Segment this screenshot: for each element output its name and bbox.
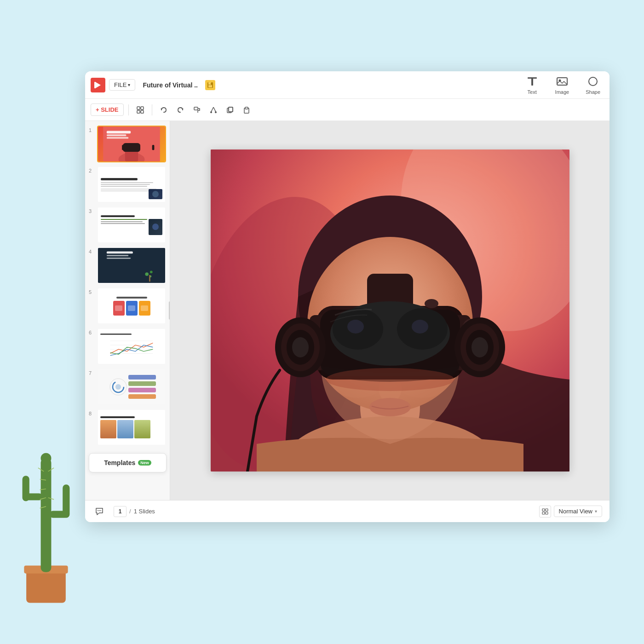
svg-rect-20 bbox=[211, 83, 212, 84]
svg-rect-29 bbox=[141, 110, 144, 113]
current-page-number[interactable]: 1 bbox=[114, 506, 126, 517]
templates-new-badge: New bbox=[138, 460, 151, 466]
svg-rect-51 bbox=[107, 252, 133, 254]
shape-tool-icon bbox=[586, 75, 599, 88]
svg-point-115 bbox=[100, 510, 101, 511]
file-label: FILE bbox=[114, 81, 126, 88]
svg-rect-30 bbox=[194, 107, 198, 110]
svg-rect-49 bbox=[107, 137, 129, 139]
paste-button[interactable] bbox=[240, 103, 253, 117]
templates-button[interactable]: Templates New bbox=[89, 453, 167, 472]
slide-image-2 bbox=[97, 166, 166, 203]
image-tool-icon bbox=[556, 75, 569, 88]
svg-rect-16 bbox=[94, 82, 96, 88]
shape-tool-label: Shape bbox=[586, 89, 600, 95]
main-area: 1 bbox=[85, 121, 610, 500]
svg-point-107 bbox=[292, 337, 309, 357]
svg-point-34 bbox=[210, 111, 212, 113]
copy-button[interactable] bbox=[223, 103, 237, 117]
svg-rect-118 bbox=[542, 512, 545, 514]
slide-image-4 bbox=[97, 247, 166, 284]
svg-rect-22 bbox=[531, 77, 533, 86]
svg-rect-45 bbox=[122, 145, 124, 150]
slide-background bbox=[211, 150, 569, 472]
file-menu-button[interactable]: FILE ▾ bbox=[109, 79, 135, 91]
svg-point-55 bbox=[150, 270, 153, 273]
cactus-decoration bbox=[0, 423, 92, 607]
slide-thumbnail-7[interactable]: 7 bbox=[89, 368, 166, 405]
undo-button[interactable] bbox=[157, 103, 171, 117]
svg-rect-4 bbox=[23, 476, 29, 501]
slide-thumbnail-1[interactable]: 1 bbox=[89, 126, 166, 162]
svg-rect-6 bbox=[63, 484, 69, 518]
svg-rect-117 bbox=[546, 509, 548, 511]
slide-number-7: 7 bbox=[89, 368, 94, 376]
svg-line-32 bbox=[211, 107, 213, 112]
layout-button[interactable] bbox=[133, 103, 147, 117]
toolbar-separator-2 bbox=[152, 104, 152, 115]
slide-number-8: 8 bbox=[89, 409, 94, 416]
document-title: Future of Virtual .. bbox=[143, 81, 198, 89]
slide-image-8 bbox=[97, 409, 166, 446]
svg-rect-119 bbox=[546, 512, 548, 514]
svg-point-103 bbox=[425, 299, 438, 308]
toolbar-tools: Text Image bbox=[522, 73, 604, 97]
save-icon[interactable] bbox=[205, 80, 215, 90]
page-indicator: 1 / 1 Slides bbox=[114, 506, 155, 517]
svg-rect-48 bbox=[107, 134, 126, 136]
svg-rect-19 bbox=[208, 85, 212, 87]
image-tool[interactable]: Image bbox=[552, 73, 573, 97]
slide-thumbnail-3[interactable]: 3 bbox=[89, 207, 166, 243]
slide-thumbnail-2[interactable]: 2 bbox=[89, 166, 166, 203]
slide-image-5 bbox=[97, 288, 166, 324]
view-chevron-icon: ▾ bbox=[595, 509, 597, 514]
svg-rect-76 bbox=[128, 381, 156, 386]
svg-point-99 bbox=[412, 320, 428, 334]
format-painter-button[interactable] bbox=[190, 103, 204, 117]
chat-button[interactable] bbox=[92, 505, 106, 518]
toolbar-primary: FILE ▾ Future of Virtual .. bbox=[85, 71, 610, 99]
view-controls: Normal View ▾ bbox=[539, 506, 602, 518]
slide-number-1: 1 bbox=[89, 126, 94, 133]
text-tool-icon bbox=[526, 75, 539, 88]
svg-line-33 bbox=[213, 107, 216, 112]
svg-rect-26 bbox=[137, 107, 140, 109]
svg-point-112 bbox=[326, 368, 454, 391]
slide-thumbnail-6[interactable]: 6 bbox=[89, 328, 166, 365]
normal-view-button[interactable]: Normal View ▾ bbox=[554, 506, 602, 517]
normal-view-label: Normal View bbox=[559, 508, 592, 515]
text-tool[interactable]: Text bbox=[522, 73, 542, 97]
slide-panel: 1 bbox=[85, 121, 170, 500]
svg-rect-57 bbox=[149, 275, 150, 282]
cut-button[interactable] bbox=[207, 103, 220, 117]
redo-button[interactable] bbox=[173, 103, 187, 117]
svg-rect-47 bbox=[107, 131, 131, 134]
svg-point-114 bbox=[99, 510, 100, 511]
app-logo[interactable] bbox=[91, 78, 105, 92]
add-slide-button[interactable]: + SLIDE bbox=[91, 104, 124, 116]
slide-thumbnail-8[interactable]: 8 bbox=[89, 409, 166, 446]
add-slide-label: + SLIDE bbox=[96, 106, 119, 113]
slide-thumbnail-5[interactable]: 5 bbox=[89, 288, 166, 324]
svg-rect-28 bbox=[137, 110, 140, 113]
canvas-area bbox=[170, 121, 610, 500]
bottom-bar: 1 / 1 Slides Normal View ▾ bbox=[85, 500, 610, 522]
slide-number-3: 3 bbox=[89, 207, 94, 214]
templates-label: Templates bbox=[104, 459, 135, 466]
svg-point-98 bbox=[347, 320, 364, 334]
slide-number-2: 2 bbox=[89, 166, 94, 173]
svg-marker-15 bbox=[95, 82, 101, 88]
grid-view-icon[interactable] bbox=[539, 506, 551, 518]
toolbar-secondary: + SLIDE bbox=[85, 99, 610, 121]
svg-rect-46 bbox=[152, 145, 155, 150]
svg-rect-37 bbox=[229, 107, 233, 112]
slide-canvas[interactable] bbox=[211, 150, 569, 472]
svg-point-74 bbox=[115, 384, 121, 390]
svg-rect-23 bbox=[557, 78, 567, 85]
svg-rect-52 bbox=[107, 255, 129, 256]
slide-thumbnail-4[interactable]: 4 bbox=[89, 247, 166, 284]
app-window: FILE ▾ Future of Virtual .. bbox=[85, 71, 610, 522]
shape-tool[interactable]: Shape bbox=[582, 73, 604, 97]
svg-rect-75 bbox=[128, 375, 156, 380]
svg-rect-78 bbox=[128, 394, 156, 399]
